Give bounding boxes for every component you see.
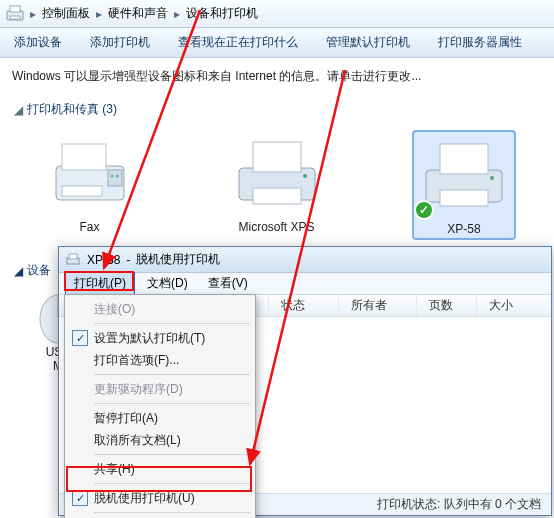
menu-set-default[interactable]: ✓ 设置为默认打印机(T)	[68, 327, 252, 349]
devices-icon	[4, 3, 28, 25]
info-strip[interactable]: Windows 可以显示增强型设备图标和来自 Internet 的信息。请单击进…	[0, 58, 554, 95]
window-title-state: 脱机使用打印机	[136, 251, 220, 268]
breadcrumb: ▸ 控制面板 ▸ 硬件和声音 ▸ 设备和打印机	[0, 0, 554, 28]
svg-rect-20	[69, 254, 77, 259]
menu-connect: 连接(O)	[68, 298, 252, 320]
menu-document[interactable]: 文档(D)	[139, 273, 196, 294]
check-icon: ✓	[72, 330, 88, 346]
svg-rect-5	[108, 170, 122, 186]
add-device-button[interactable]: 添加设备	[0, 29, 76, 57]
device-label: XP-58	[416, 222, 512, 236]
chevron-right-icon: ▸	[172, 7, 182, 21]
col-pages[interactable]: 页数	[417, 295, 477, 316]
device-fax[interactable]: Fax	[40, 132, 139, 238]
svg-rect-14	[440, 144, 488, 174]
separator	[94, 403, 250, 404]
menu-printer[interactable]: 打印机(P)	[65, 272, 135, 295]
add-printer-button[interactable]: 添加打印机	[76, 29, 164, 57]
status-text: 打印机状态: 队列中有 0 个文档	[377, 496, 541, 513]
svg-point-7	[110, 175, 113, 178]
menu-share[interactable]: 共享(H)	[68, 458, 252, 480]
printer-small-icon	[65, 252, 81, 268]
svg-point-8	[115, 175, 118, 178]
fax-icon	[42, 132, 138, 216]
separator	[94, 512, 250, 513]
printer-menu-dropdown: 连接(O) ✓ 设置为默认打印机(T) 打印首选项(F)... 更新驱动程序(D…	[64, 294, 256, 518]
separator	[94, 483, 250, 484]
menubar: 打印机(P) 文档(D) 查看(V)	[59, 273, 551, 295]
menu-pause[interactable]: 暂停打印(A)	[68, 407, 252, 429]
chevron-right-icon: ▸	[28, 7, 38, 21]
manage-default-button[interactable]: 管理默认打印机	[312, 29, 424, 57]
section-header-printers[interactable]: ◢ 打印机和传真 (3)	[0, 95, 554, 126]
separator	[94, 374, 250, 375]
separator	[94, 323, 250, 324]
svg-point-16	[490, 176, 494, 180]
breadcrumb-leaf[interactable]: 设备和打印机	[182, 3, 262, 25]
svg-point-12	[303, 174, 307, 178]
menu-prefs[interactable]: 打印首选项(F)...	[68, 349, 252, 371]
svg-rect-2	[10, 16, 20, 19]
svg-rect-6	[62, 186, 102, 196]
col-status[interactable]: 状态	[269, 295, 339, 316]
svg-rect-1	[10, 6, 20, 12]
device-label: Microsoft XPS	[227, 220, 326, 234]
separator	[94, 454, 250, 455]
chevron-right-icon: ▸	[94, 7, 104, 21]
device-label: Fax	[40, 220, 139, 234]
device-xp58[interactable]: ✓ XP-58	[414, 132, 514, 238]
svg-rect-10	[253, 142, 301, 172]
printer-icon	[229, 132, 325, 216]
check-icon: ✓	[72, 490, 88, 506]
section-title: 设备	[27, 262, 51, 279]
menu-cancel-all[interactable]: 取消所有文档(L)	[68, 429, 252, 451]
collapse-icon: ◢	[14, 264, 23, 278]
toolbar: 添加设备 添加打印机 查看现在正在打印什么 管理默认打印机 打印服务器属性	[0, 28, 554, 58]
window-title-app: XP-58	[87, 253, 120, 267]
printer-icon: ✓	[416, 134, 512, 218]
breadcrumb-mid[interactable]: 硬件和声音	[104, 3, 172, 25]
see-printing-button[interactable]: 查看现在正在打印什么	[164, 29, 312, 57]
window-titlebar[interactable]: XP-58 - 脱机使用打印机	[59, 247, 551, 273]
breadcrumb-root[interactable]: 控制面板	[38, 3, 94, 25]
server-props-button[interactable]: 打印服务器属性	[424, 29, 536, 57]
col-size[interactable]: 大小	[477, 295, 551, 316]
menu-use-offline[interactable]: ✓ 脱机使用打印机(U)	[68, 487, 252, 509]
svg-rect-4	[62, 144, 106, 170]
menu-view[interactable]: 查看(V)	[200, 273, 256, 294]
device-msxps[interactable]: Microsoft XPS	[227, 132, 326, 238]
default-check-badge: ✓	[414, 200, 434, 220]
svg-rect-11	[253, 188, 301, 204]
section-title: 打印机和传真 (3)	[27, 101, 117, 118]
menu-update-driver: 更新驱动程序(D)	[68, 378, 252, 400]
col-owner[interactable]: 所有者	[339, 295, 417, 316]
collapse-icon: ◢	[14, 103, 23, 117]
device-grid: Fax Microsoft XPS ✓ XP-58	[0, 126, 554, 256]
svg-rect-15	[440, 190, 488, 206]
